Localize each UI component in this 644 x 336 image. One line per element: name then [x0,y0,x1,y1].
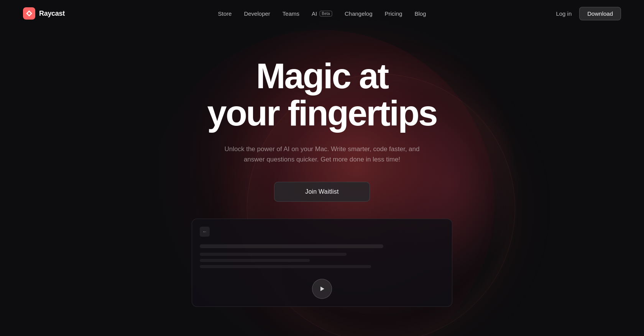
nav-link-blog[interactable]: Blog [414,10,426,17]
raycast-logo-icon [23,7,35,20]
nav-link-teams[interactable]: Teams [283,10,299,17]
play-button[interactable] [312,279,332,299]
nav-ai-wrapper: AI Beta [312,10,332,17]
app-list-item-1 [200,253,347,256]
app-list-item-2 [200,259,310,262]
app-list-item-3 [200,265,371,268]
app-play-overlay [200,279,444,299]
join-waitlist-button[interactable]: Join Waitlist [274,182,370,202]
app-preview-window: ← [192,219,452,307]
nav-link-developer[interactable]: Developer [244,10,270,17]
hero-title-line2: your fingertips [207,94,437,133]
nav-link-ai[interactable]: AI [312,10,317,17]
logo-link[interactable]: Raycast [23,7,65,20]
logo-text: Raycast [39,10,65,18]
nav-link-store[interactable]: Store [218,10,232,17]
nav-link-changelog[interactable]: Changelog [345,10,373,17]
navbar: Raycast Store Developer Teams AI Beta Ch… [0,0,644,27]
download-button[interactable]: Download [579,7,621,20]
hero-title-line1: Magic at [256,56,388,96]
hero-section: Magic at your fingertips Unlock the powe… [0,27,644,307]
ai-beta-badge: Beta [319,11,332,16]
app-search-bar [200,244,383,248]
nav-actions: Log in Download [556,7,621,20]
login-link[interactable]: Log in [556,10,572,17]
app-content [200,243,444,273]
hero-title: Magic at your fingertips [207,58,437,132]
hero-subtitle: Unlock the power of AI on your Mac. Writ… [219,144,426,165]
nav-link-pricing[interactable]: Pricing [385,10,402,17]
nav-links: Store Developer Teams AI Beta Changelog … [218,10,426,17]
app-back-button[interactable]: ← [200,227,210,237]
app-preview-bar: ← [200,227,444,237]
play-icon [319,285,325,292]
